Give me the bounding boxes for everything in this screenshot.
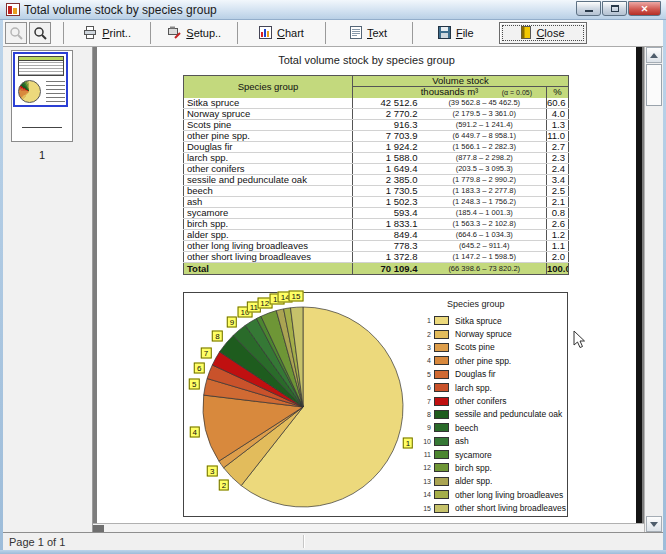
- horizontal-scrollbar[interactable]: [93, 523, 644, 532]
- cell-ci: (1 566.1 – 2 282.3): [423, 142, 547, 153]
- col-header-species-group: Species group: [184, 76, 353, 98]
- cell-pct: 1.1: [547, 241, 569, 252]
- thumbnail-mini-legend: [46, 81, 65, 103]
- maximize-button[interactable]: [602, 1, 627, 16]
- cell-ci: (664.6 – 1 034.3): [423, 230, 547, 241]
- col-header-volume-stock: Volume stock: [353, 76, 569, 87]
- page-thumbnail[interactable]: [11, 50, 73, 142]
- col-header-percent: %: [547, 87, 569, 98]
- table-total-row: Total70 109.4(66 398.6 – 73 820.2)100.0: [184, 263, 569, 275]
- pie-label-9: 9: [227, 316, 237, 327]
- vertical-scrollbar[interactable]: [644, 47, 663, 532]
- setup-button[interactable]: Setup..: [150, 22, 237, 44]
- table-row: larch spp.1 588.0(877.8 – 2 298.2)2.3: [184, 153, 569, 164]
- table-row: beech1 730.5(1 183.3 – 2 277.8)2.5: [184, 186, 569, 197]
- pie-label-5: 5: [189, 379, 199, 390]
- window-border-bottom: [0, 550, 666, 554]
- thumbnail-rule: [22, 127, 62, 128]
- cell-value: 2 770.2: [353, 109, 423, 120]
- print-button[interactable]: Print..: [63, 22, 150, 44]
- cell-ci: (1 563.3 – 2 102.8): [423, 219, 547, 230]
- cell-species: Sitka spruce: [184, 98, 353, 109]
- legend-item: 13alder spp.: [420, 475, 566, 488]
- legend-title: Species group: [447, 299, 566, 309]
- minimize-button[interactable]: [576, 1, 601, 16]
- cell-ci: (645.2 – 911.4): [423, 241, 547, 252]
- legend-number: 7: [420, 398, 434, 405]
- close-button[interactable]: Close: [499, 22, 587, 44]
- cell-value: 1 502.3: [353, 197, 423, 208]
- legend-number: 10: [420, 438, 434, 445]
- legend-label: alder spp.: [449, 476, 492, 486]
- legend-swatch: [434, 370, 449, 379]
- legend-swatch: [434, 316, 449, 325]
- legend-swatch: [434, 410, 449, 419]
- status-page-indicator: Page 1 of 1: [9, 536, 65, 548]
- door-icon: [521, 26, 531, 41]
- legend-label: larch spp.: [449, 383, 492, 393]
- printer-icon: [83, 26, 97, 41]
- zoom-out-button[interactable]: [5, 22, 27, 44]
- window-controls: ✕: [576, 1, 661, 16]
- cell-value: 1 833.1: [353, 219, 423, 230]
- scroll-up-button[interactable]: [646, 47, 662, 63]
- legend-label: other long living broadleaves: [449, 490, 563, 500]
- titlebar: Total volume stock by species group ✕: [0, 0, 666, 20]
- cell-value: 1 924.2: [353, 142, 423, 153]
- close-icon: ✕: [641, 4, 649, 14]
- legend-number: 5: [420, 371, 434, 378]
- print-label: Print..: [102, 27, 131, 39]
- cell-pct: 2.0: [547, 252, 569, 263]
- cell-pct: 2.1: [547, 197, 569, 208]
- close-window-button[interactable]: ✕: [628, 1, 661, 16]
- window-title: Total volume stock by species group: [24, 3, 217, 17]
- cell-value: 70 109.4: [353, 263, 423, 275]
- cell-ci: (39 562.8 – 45 462.5): [423, 98, 547, 109]
- legend-swatch: [434, 423, 449, 432]
- table-row: Scots pine916.3(591.2 – 1 241.4)1.3: [184, 120, 569, 131]
- text-icon: [350, 26, 362, 41]
- legend-number: 14: [420, 491, 434, 498]
- cell-value: 1 372.8: [353, 252, 423, 263]
- cell-ci: (1 779.8 – 2 990.2): [423, 175, 547, 186]
- chart-button[interactable]: Chart: [237, 22, 324, 44]
- thumbnail-mini-table: [18, 56, 64, 76]
- text-button[interactable]: Text: [325, 22, 412, 44]
- cell-species: Douglas fir: [184, 142, 353, 153]
- cell-species: other pine spp.: [184, 131, 353, 142]
- legend-item: 3Scots pine: [420, 341, 566, 354]
- cell-value: 849.4: [353, 230, 423, 241]
- legend-swatch: [434, 477, 449, 486]
- table-row: alder spp.849.4(664.6 – 1 034.3)1.2: [184, 230, 569, 241]
- horizontal-scrollbar-thumb[interactable]: [93, 525, 104, 532]
- legend-label: Norway spruce: [449, 329, 512, 339]
- legend-label: Scots pine: [449, 342, 495, 352]
- table-row: other conifers1 649.4(203.5 – 3 095.3)2.…: [184, 164, 569, 175]
- page-shadow: [636, 47, 642, 523]
- text-label: Text: [367, 27, 387, 39]
- legend-swatch: [434, 383, 449, 392]
- cell-value: 1 649.4: [353, 164, 423, 175]
- table-row: Sitka spruce42 512.6(39 562.8 – 45 462.5…: [184, 98, 569, 109]
- arrow-up-icon: [650, 53, 658, 58]
- thumbnail-page-number: 1: [3, 149, 81, 161]
- legend-swatch: [434, 504, 449, 513]
- cell-species: larch spp.: [184, 153, 353, 164]
- legend-item: 8sessile and pedunculate oak: [420, 408, 566, 421]
- table-row: birch spp.1 833.1(1 563.3 – 2 102.8)2.6: [184, 219, 569, 230]
- cell-species: sycamore: [184, 208, 353, 219]
- zoom-in-button[interactable]: [29, 22, 51, 44]
- pie-label-1: 1: [403, 438, 413, 449]
- thumbnail-selection: [13, 52, 68, 107]
- cell-species: other long living broadleaves: [184, 241, 353, 252]
- file-label: File: [456, 27, 474, 39]
- chart-legend: Species group 1Sitka spruce2Norway spruc…: [420, 297, 566, 515]
- table-row: other long living broadleaves778.3(645.2…: [184, 241, 569, 252]
- vertical-scrollbar-thumb[interactable]: [646, 64, 662, 106]
- alpha-note: (α = 0.05): [502, 88, 532, 98]
- pie-label-2: 2: [219, 479, 229, 490]
- cell-ci: (1 147.2 – 1 598.5): [423, 252, 547, 263]
- scroll-down-button[interactable]: [646, 516, 662, 532]
- legend-swatch: [434, 437, 449, 446]
- file-button[interactable]: File: [412, 22, 499, 44]
